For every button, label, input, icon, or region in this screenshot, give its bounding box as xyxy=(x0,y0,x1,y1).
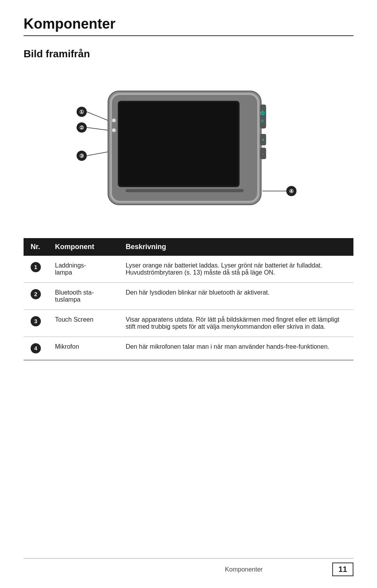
svg-rect-12 xyxy=(119,102,238,186)
row-number: 4 xyxy=(24,337,48,360)
svg-text:④: ④ xyxy=(289,188,294,194)
row-component: Mikrofon xyxy=(48,337,119,360)
row-description: Den här lysdioden blinkar när bluetooth … xyxy=(119,283,353,310)
svg-rect-15 xyxy=(260,105,266,128)
row-description: Den här mikrofonen talar man i när man a… xyxy=(119,337,353,360)
row-component: Bluetooth sta- tuslampa xyxy=(48,283,119,310)
svg-text:-: - xyxy=(262,151,264,156)
svg-text:⏻: ⏻ xyxy=(260,110,265,116)
number-badge: 2 xyxy=(31,289,41,299)
footer-page-number: 11 xyxy=(332,563,353,576)
table-row: 2Bluetooth sta- tuslampaDen här lysdiode… xyxy=(24,283,353,310)
table-row: 3Touch ScreenVisar apparatens utdata. Rö… xyxy=(24,310,353,337)
page-title: Komponenter xyxy=(24,16,353,36)
number-badge: 4 xyxy=(31,343,41,353)
number-badge: 3 xyxy=(31,316,41,326)
svg-point-14 xyxy=(112,128,116,132)
svg-text:③: ③ xyxy=(79,153,84,159)
svg-line-1 xyxy=(87,112,108,120)
row-description: Lyser orange när batteriet laddas. Lyser… xyxy=(119,256,353,283)
col-komponent-header: Komponent xyxy=(48,238,119,256)
svg-text:✆: ✆ xyxy=(261,119,264,123)
col-beskrivning-header: Beskrivning xyxy=(119,238,353,256)
device-illustration: ① ② ③ ④ xyxy=(24,69,353,222)
row-number: 2 xyxy=(24,283,48,310)
number-badge: 1 xyxy=(31,262,41,272)
page-footer: Komponenter 11 xyxy=(24,558,353,576)
col-nr-header: Nr. xyxy=(24,238,48,256)
table-row: 1Laddnings- lampaLyser orange när batter… xyxy=(24,256,353,283)
svg-point-13 xyxy=(112,118,116,122)
svg-text:②: ② xyxy=(79,125,84,131)
svg-text:+: + xyxy=(262,137,264,142)
table-header-row: Nr. Komponent Beskrivning xyxy=(24,238,353,256)
row-description: Visar apparatens utdata. Rör lätt på bil… xyxy=(119,310,353,337)
footer-center-text: Komponenter xyxy=(156,566,332,573)
device-svg: ① ② ③ ④ xyxy=(67,69,310,222)
row-number: 3 xyxy=(24,310,48,337)
row-component: Laddnings- lampa xyxy=(48,256,119,283)
svg-rect-25 xyxy=(126,189,243,192)
section-title: Bild framifrån xyxy=(24,48,353,60)
row-number: 1 xyxy=(24,256,48,283)
svg-text:①: ① xyxy=(79,109,84,115)
svg-line-3 xyxy=(87,127,108,130)
components-table: Nr. Komponent Beskrivning 1Laddnings- la… xyxy=(24,238,353,360)
table-row: 4MikrofonDen här mikrofonen talar man i … xyxy=(24,337,353,360)
row-component: Touch Screen xyxy=(48,310,119,337)
svg-line-5 xyxy=(87,152,108,156)
